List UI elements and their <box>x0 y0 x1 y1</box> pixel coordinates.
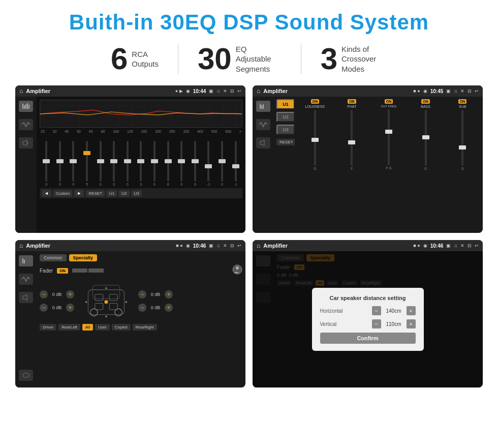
eq-slider-6[interactable]: 0 <box>109 141 118 186</box>
fader-plus-4[interactable]: + <box>165 304 173 312</box>
back-icon-3[interactable]: ↩ <box>237 243 241 248</box>
svg-text:▲: ▲ <box>104 286 108 290</box>
eq-slider-2[interactable]: 0 <box>55 141 65 186</box>
svg-text:◄: ◄ <box>84 300 87 304</box>
preset-u2[interactable]: U2 <box>276 112 295 122</box>
eq-slider-15[interactable]: -1 <box>231 141 240 186</box>
back-icon-1[interactable]: ↩ <box>237 88 241 94</box>
fader-btn-all[interactable]: All <box>82 324 93 331</box>
fader-side-wave[interactable] <box>19 274 33 285</box>
loudness-on[interactable]: ON <box>311 99 320 104</box>
preset-u1[interactable]: U1 <box>276 99 295 109</box>
eq-side-panel <box>15 97 37 233</box>
eq-slider-7[interactable]: 0 <box>123 141 132 186</box>
fader-plus-3[interactable]: + <box>165 290 173 298</box>
eq-slider-12[interactable]: 0 <box>191 141 200 186</box>
dialog-vertical-minus[interactable]: − <box>372 319 381 328</box>
eq-slider-11[interactable]: 0 <box>177 141 186 186</box>
fader-on-badge[interactable]: ON <box>57 268 68 274</box>
eq-slider-5[interactable]: 0 <box>96 141 105 186</box>
eq-side-icon-equalizer[interactable] <box>19 101 33 112</box>
back-icon-2[interactable]: ↩ <box>475 88 479 94</box>
home-icon-2[interactable]: ⌂ <box>257 87 260 95</box>
fader-minus-1[interactable]: − <box>40 290 48 298</box>
eq-u2-button[interactable]: U2 <box>119 190 129 197</box>
eq-side-icon-wave[interactable] <box>19 119 33 130</box>
fader-btn-user[interactable]: User <box>95 324 110 331</box>
fader-minus-4[interactable]: − <box>138 304 146 312</box>
home-icon-3[interactable]: ⌂ <box>19 242 23 249</box>
fader-slider-h1[interactable] <box>72 268 87 273</box>
minimize-icon-2[interactable]: ⊟ <box>468 88 472 94</box>
eq-custom-button[interactable]: Custom <box>53 190 73 197</box>
eq-side-icon-speaker[interactable] <box>19 137 33 148</box>
fader-side-speaker[interactable] <box>19 292 33 303</box>
home-icon-1[interactable]: ⌂ <box>19 87 23 95</box>
tab-common[interactable]: Common <box>40 254 67 261</box>
eq-slider-8[interactable]: 0 <box>136 141 145 186</box>
dialog-horizontal-minus[interactable]: − <box>372 306 381 315</box>
eq-slider-10[interactable]: 0 <box>164 141 173 186</box>
tab-specialty[interactable]: Specialty <box>69 254 98 261</box>
svg-rect-30 <box>95 294 103 301</box>
minimize-icon-3[interactable]: ⊟ <box>230 243 234 248</box>
fader-plus-1[interactable]: + <box>66 290 74 298</box>
fader-btn-rearleft[interactable]: RearLeft <box>58 324 80 331</box>
eq-slider-14[interactable]: 0 <box>217 141 227 186</box>
car-diagram: ▲ ▼ ◄ ► <box>78 281 134 321</box>
svg-point-25 <box>236 266 239 270</box>
eq-slider-9[interactable]: 0 <box>150 141 159 186</box>
close-icon-3[interactable]: ✕ <box>223 243 227 248</box>
fader-btn-copilot[interactable]: Copilot <box>112 324 131 331</box>
eq-u1-button[interactable]: U1 <box>107 190 117 197</box>
fader-user-icon[interactable] <box>232 264 242 277</box>
home-icon-4[interactable]: ⌂ <box>257 242 260 249</box>
eq-slider-13[interactable]: -1 <box>204 141 213 186</box>
fader-btn-driver[interactable]: Driver <box>40 324 56 331</box>
fader-minus-2[interactable]: − <box>40 304 48 312</box>
preset-col: U1 U2 U3 RESET <box>276 99 295 145</box>
sub-on[interactable]: ON <box>458 99 467 104</box>
crossover-screen-content: U1 U2 U3 RESET ON LOUDNESS <box>253 97 483 233</box>
preset-u3[interactable]: U3 <box>276 125 295 135</box>
fader-side-expand[interactable] <box>19 370 33 381</box>
volume-icon-3: ♫ <box>216 243 220 248</box>
fader-slider-h2[interactable] <box>88 268 104 273</box>
crossover-side-eq[interactable] <box>256 101 270 112</box>
crossover-reset[interactable]: RESET <box>276 139 295 145</box>
svg-rect-32 <box>95 303 103 309</box>
eq-reset-button[interactable]: RESET <box>86 190 105 197</box>
fader-minus-3[interactable]: − <box>138 290 146 298</box>
eq-slider-3[interactable]: 0 <box>69 141 78 186</box>
fader-side-eq[interactable] <box>19 255 33 266</box>
cutfreq-on[interactable]: ON <box>385 99 393 104</box>
back-icon-4[interactable]: ↩ <box>475 243 479 248</box>
eq-prev-button[interactable]: ◄ <box>42 190 51 197</box>
fader-plus-2[interactable]: + <box>66 304 74 312</box>
stat-rca: 6 RCAOutputs <box>91 44 178 74</box>
dialog-horizontal-plus[interactable]: + <box>407 306 416 315</box>
eq-slider-1[interactable]: 0 <box>42 141 51 186</box>
eq-u3-button[interactable]: U3 <box>132 190 142 197</box>
stat-rca-label: RCAOutputs <box>132 49 159 69</box>
minimize-icon-1[interactable]: ⊟ <box>230 88 234 94</box>
dialog-confirm-button[interactable]: Confirm <box>320 333 416 344</box>
screen-fader: ⌂ Amplifier ■ ● ◉ 10:46 ▣ ♫ ✕ ⊟ ↩ <box>15 240 245 387</box>
dialog-vertical-plus[interactable]: + <box>407 319 416 328</box>
svg-rect-33 <box>109 303 117 309</box>
fader-btn-rearright[interactable]: RearRight <box>133 324 157 331</box>
crossover-side-wave[interactable] <box>256 119 270 130</box>
fader-header: Fader ON <box>40 264 242 277</box>
minimize-icon-4[interactable]: ⊟ <box>468 243 472 248</box>
close-icon-1[interactable]: ✕ <box>223 88 227 94</box>
close-icon-4[interactable]: ✕ <box>460 243 464 248</box>
loudness-label: LOUDNESS <box>305 105 325 108</box>
eq-slider-4[interactable]: 5 <box>82 141 91 186</box>
phat-on[interactable]: ON <box>348 99 356 104</box>
volume-icon-4: ♫ <box>454 243 457 248</box>
fader-db-right: − 0 dB + − 0 dB + <box>138 290 173 312</box>
bass-on[interactable]: ON <box>421 99 430 104</box>
eq-next-button[interactable]: ► <box>74 190 84 197</box>
close-icon-2[interactable]: ✕ <box>460 88 464 94</box>
crossover-side-speaker[interactable] <box>256 137 270 148</box>
